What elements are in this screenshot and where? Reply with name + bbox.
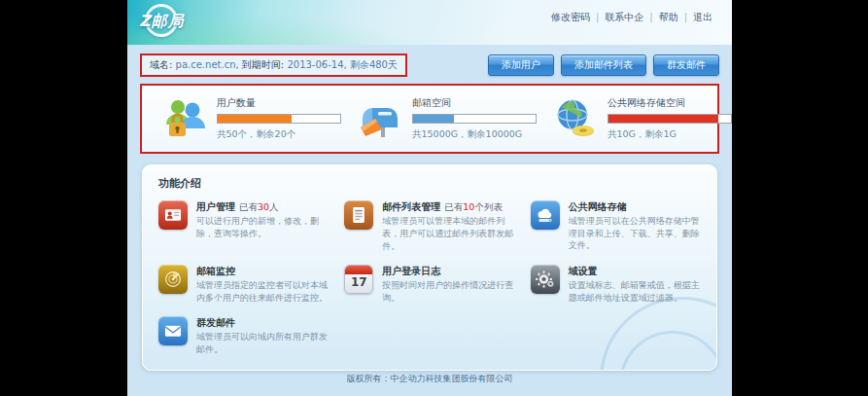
feature-title: 域设置 [569,266,598,276]
main-content: 域名: pa.ce.net.cn, 到期时间: 2013-06-14, 剩余48… [127,45,732,396]
feature-mass-mail[interactable]: 群发邮件 域管理员可以向域内所有用户群发邮件。 [158,316,329,355]
feature-domain-settings[interactable]: 域设置 设置域标志、邮箱警戒值，根据主题或邮件地址设置域过滤器。 [531,265,701,304]
feature-desc: 域管理员可以管理本域的邮件列表，用户可以通过邮件列表群发邮件。 [382,215,514,252]
feature-title: 用户登录日志 [382,266,440,276]
badge-value: 30 [258,201,269,212]
stat-title: 邮箱空间 [412,96,537,110]
feature-desc: 域管理员可以向域内所有用户群发邮件。 [196,331,329,355]
badge-value: 10 [463,201,474,212]
feature-title: 用户管理 [196,201,235,212]
feature-mail-list-management[interactable]: 邮件列表管理已有10个列表 域管理员可以管理本域的邮件列表，用户可以通过邮件列表… [344,200,514,252]
stat-detail: 共15000G，剩余10000G [412,128,537,141]
user-quota-bar [217,114,341,124]
feature-title: 邮箱监控 [196,266,235,276]
domain-value: pa.ce.net.cn, [176,59,239,70]
link-contact-company[interactable]: 联系中企 [601,12,647,22]
stat-mailbox-space: 邮箱空间 共15000G，剩余10000G [341,96,537,141]
expire-label: 到期时间: [242,59,284,70]
action-buttons: 添加用户 添加邮件列表 群发邮件 [488,54,719,76]
stat-title: 公共网络存储空间 [608,96,732,110]
badge-prefix: 已有 [239,201,258,212]
webmail-admin-page: Z邮局 修改密码|联系中企|帮助|退出 域名: pa.ce.net.cn, 到期… [127,0,732,396]
badge-suffix: 个列表 [474,201,503,212]
header-banner: Z邮局 修改密码|联系中企|帮助|退出 [127,0,732,45]
badge-suffix: 人 [269,201,279,212]
quota-stats-panel: 用户数量 共50个，剩余20个 邮箱空间 共15000G，剩余 [140,84,719,154]
badge-prefix: 已有 [444,201,463,212]
feature-desc: 按照时间对用户的操作情况进行查询。 [382,279,514,304]
toolbar-row: 域名: pa.ce.net.cn, 到期时间: 2013-06-14, 剩余48… [140,54,719,77]
section-title: 功能介绍 [158,176,701,191]
feature-desc: 域管理员指定的监控者可以对本域内多个用户的往来邮件进行监控。 [196,279,329,304]
link-help[interactable]: 帮助 [655,12,682,22]
calendar-header [345,266,372,274]
stat-detail: 共10G，剩余1G [608,128,732,141]
calendar-icon: 17 [344,265,373,294]
domain-info-box: 域名: pa.ce.net.cn, 到期时间: 2013-06-14, 剩余48… [140,54,407,77]
feature-login-log[interactable]: 17 用户登录日志 按照时间对用户的操作情况进行查询。 [344,265,514,304]
radar-icon [158,265,188,294]
mass-mail-button[interactable]: 群发邮件 [653,54,719,76]
copyright-footer: 版权所有：中企动力科技集团股份有限公司 [127,373,732,385]
brand-logo[interactable]: Z邮局 [137,3,263,42]
cloud-drive-icon [531,200,560,230]
storage-quota-bar [608,114,732,124]
add-user-button[interactable]: 添加用户 [488,54,554,76]
features-panel: 功能介绍 用户管理已有30人 可以进行用户的新增 [142,164,717,371]
logo-text: Z邮局 [139,12,185,32]
calendar-day: 17 [345,275,372,289]
mailbox-quota-bar [412,114,537,124]
link-logout[interactable]: 退出 [689,12,716,22]
globe-disk-icon [554,98,597,139]
contact-card-icon [158,200,188,230]
domain-label: 域名: [150,59,172,70]
add-mail-list-button[interactable]: 添加邮件列表 [561,54,646,76]
feature-desc: 可以进行用户的新增，修改，删除，查询等操作。 [196,215,329,239]
feature-public-storage[interactable]: 公共网络存储 域管理员可以在公共网络存储中管理目录和上传、下载、共享、删除文件。 [531,200,701,252]
features-grid: 用户管理已有30人 可以进行用户的新增，修改，删除，查询等操作。 [158,200,701,356]
stat-public-storage: 公共网络存储空间 共10G，剩余1G [537,96,732,141]
nav-divider: | [596,12,599,22]
mailbox-icon [359,98,401,139]
gear-icon [531,265,560,294]
feature-title: 邮件列表管理 [382,201,440,212]
document-list-icon [344,200,373,230]
mailbox-quota-bar-fill [413,115,454,123]
stat-title: 用户数量 [217,96,341,110]
feature-user-management[interactable]: 用户管理已有30人 可以进行用户的新增，修改，删除，查询等操作。 [158,200,329,252]
stat-detail: 共50个，剩余20个 [217,128,341,141]
top-nav: 修改密码|联系中企|帮助|退出 [547,11,716,24]
user-quota-bar-fill [218,115,292,123]
storage-quota-bar-fill [608,115,718,123]
feature-desc: 域管理员可以在公共网络存储中管理目录和上传、下载、共享、删除文件。 [569,215,701,252]
envelope-icon [158,316,188,345]
feature-desc: 设置域标志、邮箱警戒值，根据主题或邮件地址设置域过滤器。 [569,279,701,304]
nav-divider: | [684,12,687,22]
remaining-days: 剩余480天 [350,59,398,70]
link-change-password[interactable]: 修改密码 [547,12,594,22]
feature-title: 群发邮件 [196,317,235,328]
nav-divider: | [649,12,652,22]
users-group-icon [163,98,206,139]
feature-mailbox-monitor[interactable]: 邮箱监控 域管理员指定的监控者可以对本域内多个用户的往来邮件进行监控。 [158,265,329,304]
feature-title: 公共网络存储 [569,201,627,212]
expire-value: 2013-06-14, [287,59,346,70]
stat-user-count: 用户数量 共50个，剩余20个 [146,96,341,141]
